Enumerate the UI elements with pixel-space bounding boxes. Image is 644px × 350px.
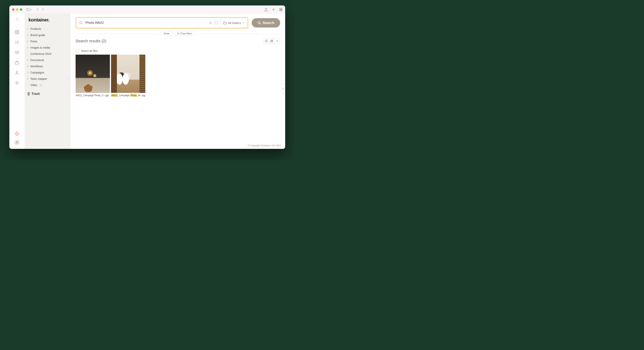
svg-rect-5: [281, 10, 282, 11]
svg-rect-36: [266, 41, 268, 42]
sidebar-resize-handle[interactable]: [68, 78, 70, 81]
right-panel-toggle[interactable]: [281, 84, 285, 93]
svg-point-22: [40, 85, 41, 85]
clear-filters-button[interactable]: Clear filters: [174, 31, 195, 36]
sidebar-item-conference-2023[interactable]: Conference 2023: [24, 51, 70, 57]
svg-rect-42: [272, 41, 273, 41]
rail-jobs-button[interactable]: [13, 58, 21, 67]
share-button[interactable]: [264, 8, 268, 11]
svg-rect-43: [270, 42, 271, 42]
results-title: Search results (2): [76, 39, 106, 43]
footer-copyright: © Copyright Kontainer A/S 2023: [248, 144, 281, 147]
sidebar-item-products[interactable]: Products: [24, 26, 70, 32]
file-card[interactable]: AW22_Campaign Photo_C~.jpg: [76, 55, 110, 97]
svg-rect-3: [281, 8, 282, 9]
svg-rect-35: [265, 41, 266, 42]
svg-rect-44: [271, 42, 272, 42]
search-bar: All folders Search: [70, 14, 285, 30]
gear-icon: [39, 84, 42, 86]
sidebar-item-label: Products: [30, 27, 41, 31]
sidebar-item-campaigns[interactable]: Campaigns: [24, 69, 70, 76]
folder-tree: Products Brand guide Press Images & medi…: [24, 26, 70, 88]
trash-icon: [27, 92, 30, 95]
sidebar-trash[interactable]: Trash: [24, 90, 70, 98]
lifebuoy-icon: [15, 132, 19, 136]
select-all-checkbox[interactable]: [76, 49, 79, 53]
svg-point-24: [69, 78, 70, 79]
minimize-window-button[interactable]: [16, 9, 18, 11]
view-toggle: [263, 38, 280, 44]
svg-point-10: [16, 41, 16, 42]
expand-search-button[interactable]: [215, 21, 218, 24]
sidebar-item-brand-guide[interactable]: Brand guide: [24, 32, 70, 38]
chevron-left-icon: [16, 18, 18, 20]
filter-strip: Show Clear filters: [76, 31, 280, 37]
sidebar-item-label: Team mapper: [30, 77, 47, 80]
svg-rect-33: [265, 40, 266, 41]
select-all-row: Select all files: [70, 45, 285, 55]
sidebar-item-images-media[interactable]: Images & media: [24, 45, 70, 51]
svg-rect-39: [272, 40, 273, 40]
sidebar-item-documents[interactable]: Documents: [24, 57, 70, 63]
expand-rail-button[interactable]: [15, 17, 19, 22]
svg-point-28: [69, 81, 70, 81]
sidebar-item-label: Documents: [30, 59, 44, 62]
titlebar: [9, 6, 285, 14]
sidebar-item-video[interactable]: Video: [24, 82, 70, 88]
chevron-down-icon: [30, 9, 32, 11]
sidebar-item-team-mapper[interactable]: Team mapper: [24, 76, 70, 82]
svg-rect-7: [17, 31, 19, 32]
search-button[interactable]: Search: [252, 18, 280, 28]
nav-forward-button[interactable]: [42, 8, 44, 11]
view-list-button[interactable]: [274, 39, 280, 44]
list-icon: [276, 40, 278, 42]
svg-point-17: [16, 71, 18, 73]
file-name: AW22_Campaign Photo_M~.jpg: [111, 93, 145, 97]
rail-list-button[interactable]: [13, 38, 21, 47]
rail-dashboard-button[interactable]: [13, 28, 21, 37]
nav-back-button[interactable]: [36, 8, 39, 11]
svg-rect-16: [15, 62, 19, 64]
rail-help-button[interactable]: [13, 129, 21, 138]
sidebar-item-label: Brand guide: [30, 34, 45, 37]
show-filters-button[interactable]: Show: [161, 31, 172, 36]
results-grid: AW22_Campaign Photo_C~.jpg AW22_Campaign…: [70, 55, 285, 97]
close-icon: [209, 22, 212, 24]
svg-point-27: [68, 81, 69, 81]
sidebar-item-press[interactable]: Press: [24, 38, 70, 45]
user-icon: [16, 141, 18, 144]
rail-profile-button[interactable]: [14, 139, 20, 145]
view-grid-large-button[interactable]: [269, 39, 274, 44]
rail-users-button[interactable]: [13, 69, 21, 77]
view-grid-small-button[interactable]: [264, 39, 269, 44]
new-tab-button[interactable]: [272, 8, 275, 11]
close-icon: [177, 33, 179, 35]
sidebar-item-label: Workflows: [30, 65, 43, 68]
svg-rect-34: [266, 40, 268, 41]
maximize-window-button[interactable]: [20, 9, 22, 11]
rail-approvals-button[interactable]: [13, 48, 21, 57]
brand-logo: kontainer.: [24, 17, 70, 26]
folder-scope-select[interactable]: All folders: [220, 18, 247, 28]
trash-label: Trash: [32, 92, 40, 96]
divider: [14, 90, 20, 91]
search-input[interactable]: [86, 21, 206, 25]
tabs-overview-button[interactable]: [279, 8, 282, 11]
sidebar-item-workflows[interactable]: Workflows: [24, 63, 70, 69]
search-container: All folders: [76, 18, 248, 28]
results-header: Search results (2): [70, 37, 285, 45]
close-window-button[interactable]: [12, 9, 14, 11]
svg-rect-45: [272, 42, 273, 42]
sidebar-item-label: Campaigns: [30, 71, 44, 74]
svg-point-46: [276, 40, 276, 40]
svg-point-26: [69, 79, 70, 80]
chevron-left-icon: [282, 87, 284, 90]
file-card[interactable]: AW22_Campaign Photo_M~.jpg: [111, 55, 145, 97]
chevron-right-icon: [27, 34, 28, 36]
svg-point-21: [16, 141, 18, 142]
svg-point-20: [16, 133, 18, 134]
toggle-sidebar-button[interactable]: [26, 8, 32, 11]
rail-settings-button[interactable]: [13, 79, 21, 87]
file-name: AW22_Campaign Photo_C~.jpg: [76, 93, 110, 97]
clear-search-button[interactable]: [209, 22, 212, 24]
